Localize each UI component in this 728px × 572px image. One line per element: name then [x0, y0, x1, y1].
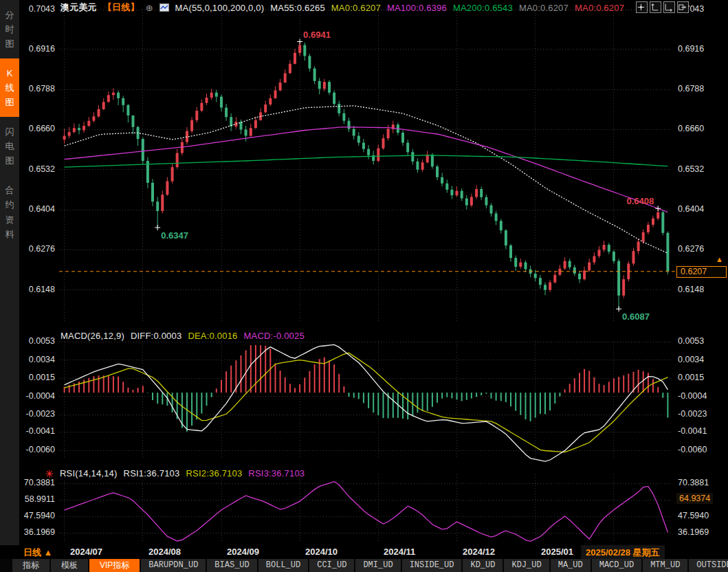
chart-canvas[interactable]: 0.69410.63470.64080.6087: [0, 0, 728, 545]
current-price-badge: 0.6207: [676, 266, 727, 278]
dif-polyline: [65, 344, 668, 461]
export-icon: [678, 3, 687, 12]
fit-x-axis-icon[interactable]: [663, 1, 675, 13]
dea-line: [65, 353, 668, 452]
main-y-label-left: 0.7043: [19, 4, 55, 14]
header-segment: MA100:0.6396: [387, 3, 447, 13]
macd-y-label-left: -0.0041: [19, 426, 55, 437]
date-label: 2024/12: [463, 547, 495, 557]
macd-y-label-right: -0.0041: [678, 426, 707, 437]
header-segment: 【日线】: [103, 1, 140, 14]
main-y-label-right: 0.6404: [678, 204, 704, 214]
rsi-y-label-right: 70.3881: [678, 478, 709, 488]
export-icon[interactable]: [677, 1, 689, 13]
chart-toolbuttons: [636, 1, 689, 13]
price-up-arrow-icon: ▲: [716, 255, 723, 263]
macd-histogram: [65, 345, 668, 432]
fit-y-axis-icon: [650, 3, 659, 12]
main-y-label-left: 0.6148: [19, 285, 55, 295]
header-segment: RSI(14,14,14): [60, 468, 118, 478]
header-segment: 澳元美元: [60, 1, 97, 14]
date-label: 2024/11: [384, 547, 415, 557]
macd-y-label-left: 0.0015: [19, 373, 55, 383]
toolbar-item-KD_UD[interactable]: KD_UD: [463, 559, 503, 572]
toolbar-item-VIP指标[interactable]: VIP指标: [89, 559, 140, 572]
main-y-label-right: 0.6916: [678, 44, 704, 54]
header-segment: RSI1:36.7103: [124, 468, 180, 478]
chart-thumbnail-icon[interactable]: [159, 3, 169, 12]
rsi-y-label-left: 47.5940: [19, 511, 55, 521]
main-y-label-left: 0.6660: [19, 124, 55, 134]
macd-panel-header: MACD(26,12,9)DIFF:0.0003DEA:0.0016MACD:-…: [60, 331, 305, 341]
macd-y-label-right: -0.0004: [678, 391, 707, 402]
main-y-label-right: 0.6660: [678, 124, 704, 134]
date-label: 2024/08: [148, 547, 181, 557]
ma55-polyline: [65, 106, 668, 254]
toolbar-item-MTM_UD[interactable]: MTM_UD: [643, 559, 687, 572]
rsi-y-label-right: 36.1969: [678, 527, 709, 538]
indicator-toolbar: 指标模板VIP指标BARUPDN_UDBIAS_UDBOLL_UDCCI_UDD…: [0, 559, 728, 572]
macd-y-label-left: 0.0034: [19, 355, 55, 365]
macd-y-label-left: -0.0004: [19, 391, 55, 402]
main-y-label-right: 0.6788: [678, 84, 704, 94]
sidebar-item-闪电图[interactable]: 闪电图: [0, 117, 19, 175]
macd-y-label-right: 0.0015: [678, 373, 704, 383]
plus-circle-icon[interactable]: ⊕: [146, 3, 153, 13]
toolbar-item-指标[interactable]: 指标: [12, 559, 49, 572]
toolbar-item-MACD_UD[interactable]: MACD_UD: [592, 559, 641, 572]
header-segment: DIFF:0.0003: [131, 331, 181, 341]
rsi-y-label-right: 47.5940: [678, 511, 709, 521]
ma200-polyline: [65, 155, 668, 167]
macd-y-label-left: 0.0053: [19, 336, 55, 346]
ma100-polyline: [65, 127, 668, 212]
macd-y-label-right: 0.0034: [678, 355, 704, 365]
main-y-label-left: 0.6916: [19, 44, 55, 54]
macd-y-label-right: -0.0023: [678, 409, 707, 419]
date-label: 2024/10: [305, 547, 338, 557]
ma55-line: [65, 106, 668, 254]
rsi-line: [65, 482, 668, 542]
current-date-label: 2025/02/28 星期五: [581, 545, 665, 560]
sidebar-item-分时图[interactable]: 分时图: [0, 0, 19, 58]
toolbar-item-KDJ_UD[interactable]: KDJ_UD: [504, 559, 549, 572]
rsi-y-label-left: 70.3881: [19, 478, 55, 488]
fit-y-axis-icon[interactable]: [650, 1, 661, 13]
toolbar-item-CCI_UD[interactable]: CCI_UD: [309, 559, 354, 572]
toolbar-item-OUTSIDE_UD[interactable]: OUTSIDE_UD: [689, 559, 728, 572]
header-segment: MA(55,0,100,200,0,0): [175, 3, 265, 13]
price-annotation: 0.6941: [303, 30, 331, 40]
toolbar-item-BARUPDN_UD[interactable]: BARUPDN_UD: [141, 559, 206, 572]
date-axis: 日线 ▲ 2025/02/28 星期五 2024/072024/082024/0…: [0, 545, 728, 559]
price-annotation: 0.6347: [161, 230, 188, 241]
macd-y-label-left: -0.0023: [19, 409, 55, 419]
main-chart-header: 澳元美元【日线】⊕MA(55,0,100,200,0,0)MA55:0.6265…: [60, 1, 624, 14]
toolbar-item-INSIDE_UD[interactable]: INSIDE_UD: [402, 559, 462, 572]
toolbar-item-BOLL_UD[interactable]: BOLL_UD: [258, 559, 308, 572]
main-y-label-right: 0.6276: [678, 244, 704, 254]
header-segment: MA0:0.6207: [331, 3, 381, 13]
sidebar-item-合约资料[interactable]: 合约资料: [0, 175, 19, 248]
rsi-polyline: [65, 482, 668, 542]
toolbar-item-模板[interactable]: 模板: [51, 559, 88, 572]
price-annotation: 0.6087: [622, 311, 650, 322]
macd-y-label-right: -0.0060: [678, 445, 707, 455]
header-segment: MACD:-0.0025: [244, 331, 305, 341]
macd-y-label-right: 0.0053: [678, 336, 704, 346]
price-annotation: 0.6408: [626, 196, 654, 206]
toolbar-item-BIAS_UD[interactable]: BIAS_UD: [207, 559, 256, 572]
main-y-label-left: 0.6404: [19, 204, 55, 214]
rsi-y-label-left: 58.9911: [19, 494, 55, 505]
sidebar-item-K线图[interactable]: K线图: [0, 58, 19, 117]
dif-line: [65, 344, 668, 461]
pan-icon[interactable]: [636, 1, 648, 13]
header-segment: DEA:0.0016: [188, 331, 237, 341]
rsi-value-badge: 64.9374: [676, 493, 713, 504]
header-segment: MA0:0.6207: [575, 3, 624, 13]
main-y-label-left: 0.6532: [19, 164, 55, 175]
vip-burst-icon: [45, 470, 54, 478]
period-selector[interactable]: 日线 ▲: [23, 547, 52, 559]
date-label: 2024/07: [70, 547, 102, 557]
toolbar-item-DMI_UD[interactable]: DMI_UD: [355, 559, 400, 572]
toolbar-item-MA_UD[interactable]: MA_UD: [551, 559, 591, 572]
main-y-label-left: 0.6276: [19, 244, 55, 254]
